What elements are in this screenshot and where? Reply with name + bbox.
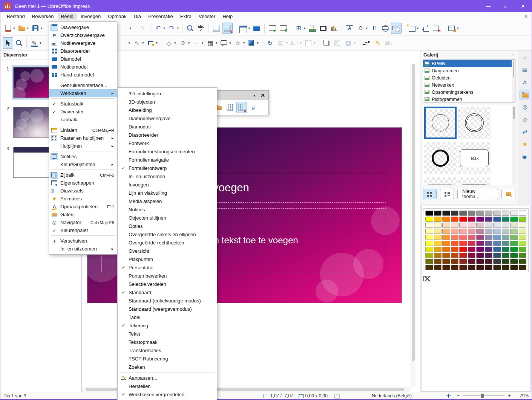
new-theme-button[interactable]: Nieuw thema... (457, 189, 498, 199)
menu-item-notitiemodel[interactable]: Notitiemodel (49, 63, 117, 71)
snap-to-grid-icon[interactable] (222, 23, 233, 34)
color-swatch[interactable] (493, 217, 501, 222)
menu-item-diasorteerder[interactable]: Diasorteerder (118, 131, 217, 139)
save-icon[interactable]: ▾ (30, 23, 44, 34)
menu-item-afbeelding[interactable]: Afbeelding (118, 106, 217, 114)
menu-item-formulierbesturingselementen[interactable]: Formulierbesturingselementen (118, 147, 217, 156)
menu-item-notities[interactable]: Notities (118, 205, 217, 214)
menu-item-standaard-enkelvoudige-modus[interactable]: Standaard (enkelvoudige modus) (118, 296, 217, 305)
dropdown-arrow-icon[interactable]: ▾ (13, 26, 15, 30)
menu-item-navigator[interactable]: ◎NavigatorCtrl+Maj+F5 (49, 218, 117, 226)
fit-slide-icon[interactable] (446, 393, 452, 398)
color-swatch[interactable] (510, 211, 518, 216)
menu-item-tabbalk[interactable]: Tabbalk (49, 116, 117, 124)
duplicate-slide-icon[interactable] (420, 23, 431, 34)
color-swatch[interactable] (451, 235, 459, 240)
maximize-button[interactable]: □ (497, 0, 514, 12)
menu-item-zoeken[interactable]: Zoeken (118, 363, 217, 371)
color-swatch[interactable] (519, 259, 527, 264)
color-swatch[interactable] (459, 223, 467, 228)
color-swatch[interactable] (519, 217, 527, 222)
color-swatch[interactable] (442, 265, 450, 270)
menu-item-kleurenpalet[interactable]: ✓Kleurenpalet (49, 226, 117, 234)
menu-item-diamodelweergave[interactable]: Diamodelweergave (118, 114, 217, 122)
color-swatch[interactable] (485, 229, 493, 234)
menu-item-formuliernavigatie[interactable]: Formuliernavigatie (118, 156, 217, 164)
color-swatch[interactable] (476, 253, 484, 258)
zoom-slider-handle[interactable] (481, 394, 484, 398)
display-grid-icon[interactable] (211, 23, 222, 34)
color-swatch[interactable] (476, 229, 484, 234)
align-icon[interactable]: ▾ (276, 37, 289, 49)
sidebar-tab-styles[interactable]: A (520, 77, 530, 87)
basic-shapes-icon[interactable]: ◇▾ (164, 37, 177, 49)
gallery-theme-opsommingstekens[interactable]: Opsommingstekens (423, 89, 515, 96)
gallery-theme-pictogrammen[interactable]: Pictogrammen (423, 96, 515, 102)
color-swatch[interactable] (493, 241, 501, 246)
menubar-item-beeld[interactable]: Beeld (58, 13, 77, 20)
color-swatch[interactable] (459, 247, 467, 252)
color-swatch[interactable] (442, 211, 450, 216)
gallery-item-circle-double[interactable] (458, 107, 491, 139)
menubar-item-invoegen[interactable]: Invoegen (77, 13, 104, 20)
color-swatch[interactable] (451, 223, 459, 228)
dropdown-arrow-icon[interactable]: ▾ (174, 41, 176, 45)
dropdown-arrow-icon[interactable]: ▾ (216, 41, 218, 45)
menu-item-formulierontwerp[interactable]: ✓Formulierontwerp (118, 164, 217, 172)
color-swatch[interactable] (485, 217, 493, 222)
color-swatch[interactable] (442, 217, 450, 222)
dropdown-arrow-icon[interactable]: ▾ (41, 26, 43, 30)
color-swatch[interactable] (485, 259, 493, 264)
color-swatch[interactable] (434, 223, 442, 228)
color-swatch[interactable] (434, 253, 442, 258)
color-swatch[interactable] (476, 241, 484, 246)
sidebar-tab-shapes[interactable]: ◇ (520, 115, 530, 124)
sidebar-deck-menu-icon[interactable]: ≡ (512, 52, 515, 58)
color-swatch[interactable] (502, 265, 510, 270)
menu-item-linialen[interactable]: LinialenCtrl+Maj+R (49, 126, 117, 134)
snap-to-grid-icon[interactable] (236, 102, 247, 113)
gallery-theme-diagrammen[interactable]: Diagrammen (423, 67, 515, 74)
color-swatch[interactable] (502, 211, 510, 216)
color-swatch[interactable] (476, 223, 484, 228)
icon-view-button[interactable] (423, 189, 437, 199)
color-swatch[interactable] (434, 235, 442, 240)
no-fill-swatch[interactable] (423, 276, 431, 281)
color-swatch[interactable] (425, 235, 433, 240)
helplines-icon[interactable]: # (248, 102, 259, 113)
gallery-item-task[interactable]: Task (458, 142, 491, 174)
menu-item-lijn-en-vlakvulling[interactable]: Lijn en vlakvulling (118, 189, 217, 197)
gallery-item-call-activity[interactable]: Call Activity (458, 177, 491, 185)
color-swatch[interactable] (451, 259, 459, 264)
filter-icon[interactable]: ▨▾ (343, 37, 357, 49)
dropdown-arrow-icon[interactable]: ▾ (177, 26, 179, 30)
menu-item-galerij[interactable]: Galerij (49, 211, 117, 218)
menu-item-overzichtsweergave[interactable]: Overzichtsweergave (49, 31, 117, 39)
rotate-icon[interactable]: ↻ (265, 37, 275, 49)
menu-item-overge-rfde-rechthoeken[interactable]: Overgeërfde rechthoeken (118, 238, 217, 247)
stars-icon[interactable]: ☆▾ (233, 37, 246, 49)
menu-item-in-en-uitzoomen[interactable]: In- en uitzoomen (118, 172, 217, 180)
close-document-icon[interactable]: ✕ (524, 14, 528, 19)
menubar-item-help[interactable]: Help (219, 13, 236, 20)
menubar-item-dia[interactable]: Dia (130, 13, 144, 20)
color-swatch[interactable] (493, 223, 501, 228)
vertical-scrollbar[interactable] (411, 64, 415, 386)
flowchart-icon[interactable]: ▦▾ (205, 37, 219, 49)
color-swatch[interactable] (485, 211, 493, 216)
gallery-theme-geluiden[interactable]: Geluiden (423, 74, 515, 81)
menubar-item-bewerken[interactable]: Bewerken (29, 13, 57, 20)
color-swatch[interactable] (502, 247, 510, 252)
menu-item-verschuiven[interactable]: +Verschuiven (49, 237, 117, 245)
gallery-item-circle-thin[interactable] (424, 107, 457, 139)
dropdown-arrow-icon[interactable]: ▾ (366, 26, 368, 30)
color-swatch[interactable] (451, 241, 459, 246)
connector-icon[interactable]: ▾ (146, 37, 159, 49)
dropdown-arrow-icon[interactable]: ▾ (304, 26, 306, 30)
theme-list-scrollbar[interactable] (512, 60, 515, 102)
dropdown-arrow-icon[interactable]: ▾ (457, 26, 459, 30)
color-swatch[interactable] (476, 259, 484, 264)
menu-item-hulplijnen[interactable]: Hulplijnen► (49, 142, 117, 150)
color-swatch[interactable] (425, 241, 433, 246)
gallery-theme-bpmn[interactable]: BPMN (423, 60, 515, 67)
